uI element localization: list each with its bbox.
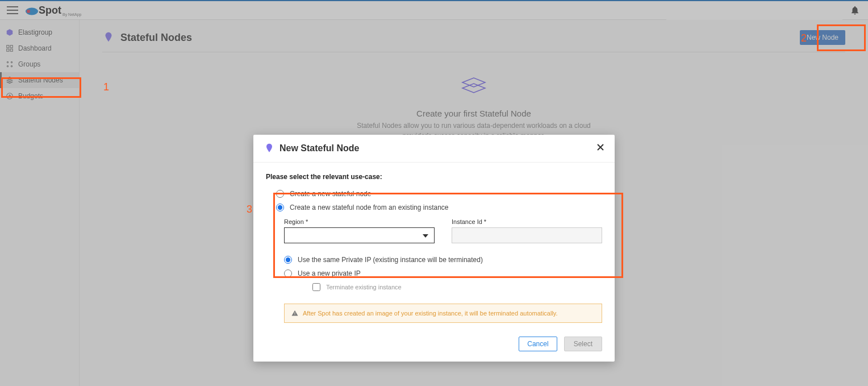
radio-from-existing-input[interactable]	[276, 204, 284, 211]
annotation-number-1: 1	[103, 81, 109, 93]
checkbox-terminate-label: Terminate existing instance	[326, 284, 402, 290]
region-label: Region *	[284, 218, 435, 225]
radio-create-new-input[interactable]	[276, 190, 284, 198]
warning-banner: After Spot has created an image of your …	[284, 304, 602, 323]
annotation-number-3: 3	[247, 204, 252, 215]
checkbox-terminate-input[interactable]	[312, 283, 320, 291]
cancel-button[interactable]: Cancel	[519, 337, 557, 351]
radio-same-ip-input[interactable]	[284, 256, 292, 264]
radio-new-ip-input[interactable]	[284, 269, 292, 277]
warning-text: After Spot has created an image of your …	[303, 310, 558, 317]
radio-from-existing[interactable]: Create a new stateful node from an exist…	[276, 204, 602, 211]
checkbox-terminate[interactable]: Terminate existing instance	[312, 283, 602, 291]
radio-create-new-label: Create a new stateful node	[290, 190, 371, 198]
radio-from-existing-label: Create a new stateful node from an exist…	[290, 204, 449, 211]
radio-same-ip[interactable]: Use the same Private IP (existing instan…	[284, 256, 602, 264]
close-icon[interactable]	[596, 143, 604, 153]
region-select[interactable]	[284, 227, 435, 243]
modal-prompt: Please select the relevant use-case:	[266, 173, 602, 181]
radio-create-new[interactable]: Create a new stateful node	[276, 190, 602, 198]
modal-icon	[264, 143, 275, 154]
instance-id-input[interactable]	[452, 227, 602, 243]
instance-id-label: Instance Id *	[452, 218, 602, 225]
modal-header: New Stateful Node	[253, 135, 615, 163]
radio-new-ip-label: Use a new private IP	[298, 269, 361, 277]
annotation-number-2: 2	[801, 32, 807, 44]
modal-title: New Stateful Node	[279, 143, 359, 153]
new-stateful-node-modal: New Stateful Node Please select the rele…	[253, 135, 615, 362]
radio-same-ip-label: Use the same Private IP (existing instan…	[298, 256, 483, 264]
warning-icon	[291, 310, 298, 317]
radio-new-ip[interactable]: Use a new private IP	[284, 269, 602, 277]
select-button[interactable]: Select	[564, 337, 602, 351]
